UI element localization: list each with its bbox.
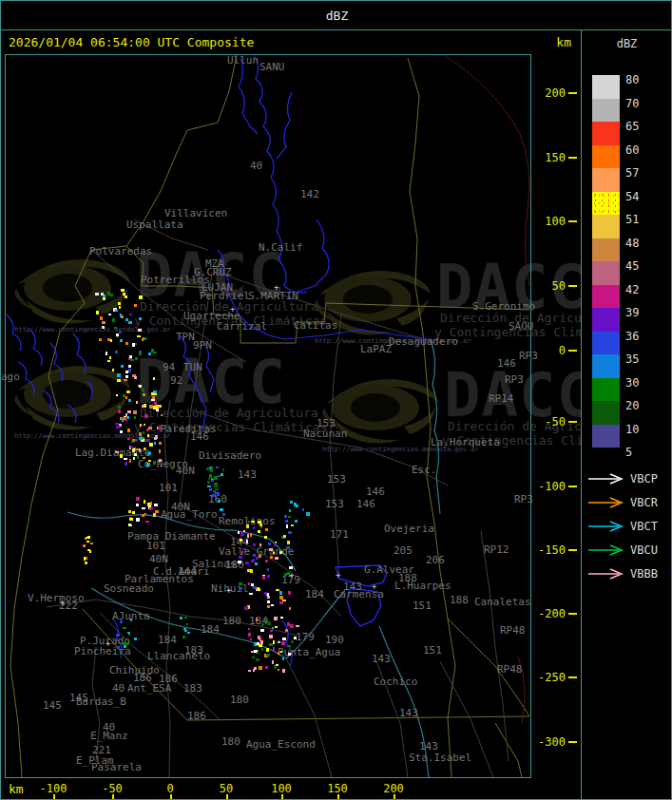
right-axis-tick-label: 100 [533,215,566,228]
radar-echo-pixel [118,302,121,305]
map-place-label: 186 [187,711,206,721]
map-place-label: Ant_ESA [127,683,171,694]
map-place-label: 184 [158,635,177,645]
radar-echo-pixel [128,369,131,372]
panel-divider [581,29,582,800]
right-axis-tick-label: 0 [533,344,566,357]
radar-echo-pixel [139,385,142,388]
radar-echo-pixel [123,394,125,397]
radar-echo-pixel [156,409,159,411]
radar-echo-pixel [159,459,162,462]
radar-echo-pixel [135,439,138,442]
station-mark: + [372,582,376,591]
map-place-label: 40N [176,466,195,476]
radar-echo-pixel [287,645,291,647]
dbz-scale-label: 60 [625,143,658,157]
radar-echo-pixel [260,629,264,632]
bottom-axis-tick [394,794,395,800]
radar-echo-pixel [120,339,123,342]
radar-echo-pixel [248,670,251,672]
radar-echo-pixel [159,442,162,445]
map-place-label: 183 [183,683,202,694]
vector-arrow-icon [586,473,626,485]
map-place-label: Agua_Toro [161,509,218,520]
radar-echo-pixel [253,586,257,589]
radar-echo-pixel [159,449,161,453]
radar-echo-pixel [184,617,187,619]
radar-echo-pixel [289,607,291,610]
vector-arrow-icon [586,497,626,508]
radar-echo-pixel [146,463,150,467]
bottom-axis-tick [53,794,55,800]
radar-echo-pixel [116,634,120,637]
radar-echo-pixel [283,535,286,538]
radar-echo-pixel [282,669,285,673]
radar-echo-pixel [136,497,140,501]
radar-echo-pixel [238,561,241,563]
radar-echo-pixel [87,536,90,539]
radar-echo-pixel [250,638,252,640]
radar-echo-pixel [268,543,271,545]
map-place-label: 145 [43,700,62,711]
radar-app-window: dBZ DACC Dirección de Agricultura y Cont… [0,0,672,800]
map-place-label: 179 [296,632,315,642]
legend-label: VBCP [630,472,658,486]
radar-echo-pixel [278,641,280,643]
dbz-scale-label: 30 [625,376,658,390]
radar-echo-pixel [116,394,118,396]
bottom-axis-tick [226,794,228,800]
radar-echo-pixel [148,460,151,462]
radar-echo-pixel [132,448,135,452]
radar-echo-pixel [156,405,159,409]
radar-echo-pixel [222,468,224,471]
radar-echo-pixel [84,557,86,561]
radar-map-area[interactable]: DACC Dirección de Agricultura y Continge… [1,29,581,800]
radar-echo-pixel [137,335,141,337]
radar-echo-pixel [136,401,138,404]
radar-echo-pixel [144,338,147,340]
map-place-label: E_Manz [90,731,128,741]
radar-echo-pixel [208,478,210,480]
map-place-label: 153 [327,474,346,485]
dbz-scale-label: 57 [625,166,658,180]
radar-echo-pixel [207,481,210,484]
radar-echo-pixel [128,365,131,368]
radar-echo-pixel [139,437,143,440]
radar-echo-pixel [139,295,143,299]
map-place-label: Cochico [374,676,417,687]
radar-echo-pixel [259,666,262,670]
map-place-label: 101 [159,483,178,493]
legend-label: VBCU [630,543,658,557]
map-place-label: S.MARTIN [248,291,298,301]
map-place-label: 94 [163,362,175,372]
map-place-label: 146 [366,486,385,497]
radar-echo-pixel [279,596,283,600]
radar-echo-pixel [278,669,279,671]
radar-echo-pixel [249,593,253,595]
radar-echo-pixel [184,630,187,632]
map-place-label: Perdriel [200,291,250,301]
radar-echo-pixel [248,633,251,637]
map-place-label: Villavicen [164,208,227,219]
radar-echo-pixel [129,518,133,521]
radar-echo-pixel [287,546,290,549]
map-place-label: 146 [356,499,375,509]
radar-echo-pixel [290,501,293,504]
radar-echo-pixel [149,443,153,447]
radar-echo-pixel [115,423,119,425]
radar-echo-pixel [276,664,278,666]
radar-echo-pixel [222,513,225,516]
radar-echo-pixel [287,622,290,626]
radar-echo-pixel [153,377,155,380]
radar-echo-pixel [186,623,188,625]
map-place-label: 180 [221,736,240,747]
radar-echo-pixel [242,548,246,550]
radar-echo-pixel [251,521,255,523]
radar-echo-pixel [267,600,270,603]
map-place-label: Canaletas [474,597,531,607]
right-axis-tick [568,741,577,743]
radar-echo-pixel [120,650,122,654]
radar-echo-pixel [239,582,242,585]
radar-echo-pixel [144,448,145,450]
map-place-label: 151 [413,600,432,611]
